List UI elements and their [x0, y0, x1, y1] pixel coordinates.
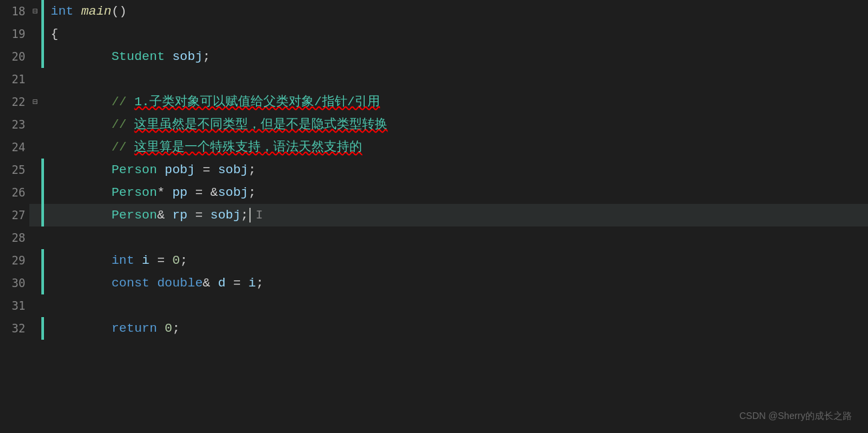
token-var: rp — [172, 204, 187, 226]
token-plain: ; — [172, 317, 179, 340]
token-plain: ; — [248, 159, 255, 181]
token-kw: const — [111, 272, 149, 294]
code-content — [44, 68, 868, 91]
token-kw: return — [111, 317, 157, 340]
code-content: // 1.子类对象可以赋值给父类对象/指针/引用 — [44, 91, 868, 113]
fold-indicator[interactable] — [29, 45, 41, 68]
token-num: 0 — [165, 317, 172, 340]
fold-indicator[interactable] — [29, 294, 41, 317]
line-row: 19{ — [0, 23, 868, 45]
token-plain: ; — [203, 45, 210, 68]
text-cursor — [249, 208, 251, 222]
line-row: 22⊟ // 1.子类对象可以赋值给父类对象/指针/引用 — [0, 91, 868, 113]
token-plain — [51, 91, 111, 113]
ibeam-cursor: I — [256, 204, 263, 226]
line-row: 27 Person& rp = sobj;I — [0, 204, 868, 226]
fold-indicator[interactable] — [29, 249, 41, 272]
code-content: // 这里算是一个特殊支持，语法天然支持的 — [44, 136, 868, 159]
fold-indicator[interactable] — [29, 181, 41, 204]
code-content: Person& rp = sobj;I — [44, 204, 868, 226]
token-plain: & — [203, 272, 218, 294]
fold-indicator[interactable] — [29, 68, 41, 91]
token-num: 0 — [172, 249, 179, 272]
code-editor: 18⊟int main()19{20 Student sobj;2122⊟ //… — [0, 0, 868, 433]
watermark: CSDN @Sherry的成长之路 — [739, 410, 852, 422]
line-number: 18 — [0, 0, 29, 23]
line-row: 29 int i = 0; — [0, 249, 868, 272]
token-plain — [134, 249, 141, 272]
fold-indicator[interactable] — [29, 226, 41, 249]
line-row: 32 return 0; — [0, 317, 868, 340]
line-row: 21 — [0, 68, 868, 91]
token-plain — [51, 204, 111, 226]
code-content: Person* pp = &sobj; — [44, 181, 868, 204]
line-row: 31 — [0, 294, 868, 317]
token-comment-prefix: // — [111, 136, 134, 159]
editor-container: 18⊟int main()19{20 Student sobj;2122⊟ //… — [0, 0, 868, 433]
token-plain — [51, 159, 111, 181]
fold-indicator[interactable]: ⊟ — [29, 0, 41, 23]
line-number: 20 — [0, 45, 29, 68]
token-comment-prefix: // — [111, 91, 134, 113]
token-plain: ; — [180, 249, 187, 272]
token-plain: = — [187, 204, 210, 226]
line-number: 24 — [0, 136, 29, 159]
token-plain: = — [195, 159, 218, 181]
token-plain — [51, 272, 111, 294]
fold-indicator[interactable] — [29, 136, 41, 159]
token-var: sobj — [218, 159, 249, 181]
line-row: 23 // 这里虽然是不同类型，但是不是隐式类型转换 — [0, 113, 868, 136]
code-content: Student sobj; — [44, 45, 868, 68]
code-content — [44, 294, 868, 317]
token-var: pp — [172, 181, 187, 204]
line-number: 22 — [0, 91, 29, 113]
line-number: 25 — [0, 159, 29, 181]
line-number: 28 — [0, 226, 29, 249]
code-content: int i = 0; — [44, 249, 868, 272]
token-plain: * — [157, 181, 173, 204]
token-plain — [51, 249, 111, 272]
code-content: { — [44, 23, 868, 45]
token-class-name: Student — [111, 45, 165, 68]
line-row: 30 const double& d = i; — [0, 272, 868, 294]
line-row: 24 // 这里算是一个特殊支持，语法天然支持的 — [0, 136, 868, 159]
token-plain — [51, 136, 111, 159]
token-plain — [51, 317, 111, 340]
token-comment-prefix: // — [111, 113, 134, 136]
token-plain — [165, 45, 172, 68]
fold-indicator[interactable] — [29, 272, 41, 294]
token-plain — [157, 317, 165, 340]
token-comment-green-underline-red: 这里虽然是不同类型，但是不是隐式类型转换 — [134, 113, 387, 136]
code-content: // 这里虽然是不同类型，但是不是隐式类型转换 — [44, 113, 868, 136]
line-row: 18⊟int main() — [0, 0, 868, 23]
token-var: sobj — [218, 181, 249, 204]
line-row: 25 Person pobj = sobj; — [0, 159, 868, 181]
token-plain — [73, 0, 81, 23]
code-content — [44, 226, 868, 249]
line-number: 19 — [0, 23, 29, 45]
token-var: i — [249, 272, 256, 294]
token-plain: = — [225, 272, 248, 294]
token-plain — [51, 45, 111, 68]
fold-indicator[interactable] — [29, 159, 41, 181]
token-comment-green-underline-red: 1.子类对象可以赋值给父类对象/指针/引用 — [134, 91, 380, 113]
token-plain — [157, 159, 165, 181]
token-plain: ; — [248, 181, 255, 204]
token-plain: { — [51, 23, 58, 45]
fold-indicator[interactable]: ⊟ — [29, 91, 41, 113]
line-number: 29 — [0, 249, 29, 272]
token-class-name: Person — [111, 159, 157, 181]
line-number: 27 — [0, 204, 29, 226]
fold-indicator[interactable] — [29, 113, 41, 136]
fold-indicator[interactable] — [29, 23, 41, 45]
token-plain — [51, 181, 111, 204]
line-row: 26 Person* pp = &sobj; — [0, 181, 868, 204]
fold-indicator[interactable] — [29, 204, 41, 226]
token-var: d — [218, 272, 225, 294]
fold-indicator[interactable] — [29, 317, 41, 340]
token-plain — [149, 272, 157, 294]
token-class-name: Person — [111, 181, 157, 204]
token-plain — [51, 113, 111, 136]
code-content: int main() — [44, 0, 868, 23]
token-plain: & — [157, 204, 173, 226]
